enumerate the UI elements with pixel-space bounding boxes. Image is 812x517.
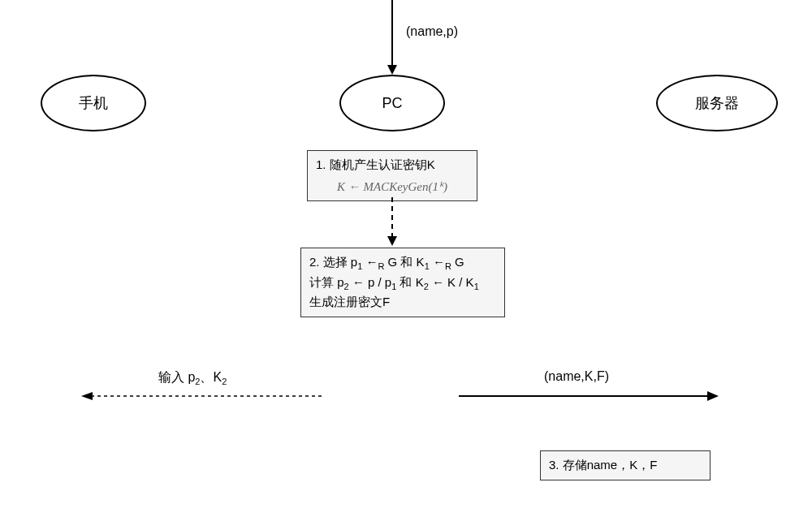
node-server-label: 服务器 bbox=[695, 93, 739, 113]
node-server: 服务器 bbox=[656, 75, 778, 131]
arrow-pc-to-phone bbox=[81, 388, 325, 404]
node-phone: 手机 bbox=[41, 75, 146, 131]
node-pc: PC bbox=[339, 75, 445, 131]
step1-title: 1. 随机产生认证密钥K bbox=[316, 156, 469, 174]
step1-formula: K ← MACKeyGen(1ᵏ) bbox=[316, 178, 469, 196]
step2-line1: 2. 选择 p1 ←R G 和 K1 ←R G bbox=[309, 253, 496, 274]
step2-line3: 生成注册密文F bbox=[309, 293, 496, 312]
label-pc-to-server: (name,K,F) bbox=[544, 369, 609, 384]
label-input-top: (name,p) bbox=[406, 24, 458, 39]
svg-marker-7 bbox=[707, 391, 719, 401]
arrow-pc-to-server bbox=[459, 388, 719, 404]
box-step2: 2. 选择 p1 ←R G 和 K1 ←R G 计算 p2 ← p / p1 和… bbox=[300, 248, 505, 317]
step3-text: 3. 存储name，K，F bbox=[549, 458, 657, 472]
step2-line2: 计算 p2 ← p / p1 和 K2 ← K / K1 bbox=[309, 274, 496, 294]
arrow-step1-to-step2 bbox=[384, 197, 400, 248]
label-pc-to-phone: 输入 p2、K2 bbox=[158, 369, 227, 386]
svg-marker-5 bbox=[81, 392, 93, 400]
arrow-top-to-pc bbox=[384, 0, 400, 75]
svg-marker-3 bbox=[387, 236, 397, 246]
box-step3: 3. 存储name，K，F bbox=[540, 450, 710, 480]
node-phone-label: 手机 bbox=[79, 93, 108, 113]
box-step1: 1. 随机产生认证密钥K K ← MACKeyGen(1ᵏ) bbox=[307, 150, 477, 201]
svg-marker-1 bbox=[387, 65, 397, 75]
node-pc-label: PC bbox=[382, 95, 402, 112]
